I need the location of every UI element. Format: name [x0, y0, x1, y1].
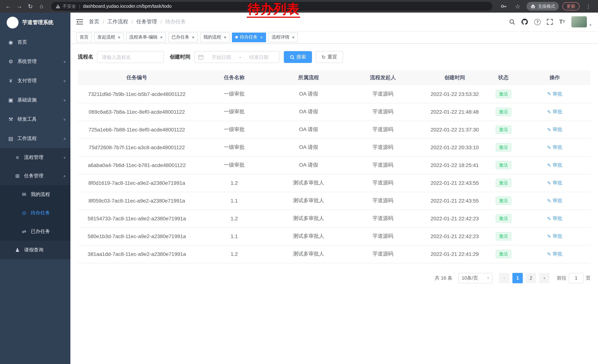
menu-kebab-icon[interactable]: ⋮	[583, 1, 594, 11]
tab-label: 发起流程	[98, 34, 115, 40]
address-bar[interactable]: 不安全 | dashboard.yudao.iocoder.cn/bpm/tas…	[51, 2, 492, 11]
sidebar-item-workflow[interactable]: ▤ 工作流程 ∧	[0, 129, 70, 148]
close-icon[interactable]: ×	[292, 35, 295, 40]
approve-link[interactable]: ✎ 审批	[547, 91, 562, 97]
start-date-input[interactable]	[205, 54, 238, 60]
breadcrumb-home[interactable]: 首页	[89, 18, 99, 25]
end-date-input[interactable]	[242, 54, 275, 60]
app-logo[interactable]: 芋道管理系统	[0, 13, 70, 32]
github-icon[interactable]	[521, 18, 528, 25]
cell-task-id: 8f0d1619-7ac8-11ec-a9e2-a2380e71991a	[78, 174, 196, 192]
status-badge: 激活	[496, 250, 511, 258]
share-icon: ⇌	[21, 228, 27, 235]
sidebar-item-task-mgmt[interactable]: ⊞ 任务管理 ∧	[0, 167, 70, 185]
prev-page-button[interactable]: ‹	[499, 273, 509, 283]
cell-task-name: 1.1	[196, 227, 273, 245]
user-avatar[interactable]	[571, 16, 587, 27]
sidebar-item-done-tasks[interactable]: ⇌ 已办任务	[0, 222, 70, 241]
filter-bar: 流程名 创建时间 - 搜索	[78, 51, 590, 63]
cell-starter: 芋道源码	[344, 227, 421, 245]
table-row: 580e1b3d-7ac8-11ec-a9e2-a2380e71991a 1.1…	[78, 227, 590, 245]
reset-button[interactable]: ↻ 重置	[316, 51, 343, 63]
sidebar-item-infrastructure[interactable]: ▣ 基础设施 ∨	[0, 90, 70, 110]
status-badge: 激活	[496, 108, 511, 116]
cell-created: 2022-01-21 22:42:23	[422, 227, 488, 245]
sidebar-collapse-button[interactable]	[76, 19, 83, 25]
search-button[interactable]: 搜索	[284, 51, 312, 63]
create-time-label: 创建时间	[170, 54, 191, 60]
page-button-1[interactable]: 1	[512, 273, 523, 283]
sidebar-item-label: 基础设施	[17, 97, 37, 103]
briefcase-icon: ▤	[8, 136, 14, 141]
cell-task-name: 一级审批	[196, 103, 273, 121]
help-icon[interactable]: ?	[534, 19, 540, 25]
tab-process-form-edit[interactable]: 流程表单-编辑 ×	[126, 32, 166, 42]
breadcrumb-workflow[interactable]: 工作流程	[108, 18, 128, 25]
page-button-2[interactable]: 2	[526, 273, 536, 283]
tab-home[interactable]: 首页	[76, 32, 92, 42]
sidebar-item-process-mgmt[interactable]: ≡ 流程管理 ∨	[0, 148, 70, 167]
approve-link[interactable]: ✎ 审批	[547, 233, 562, 240]
sidebar-item-leave-query[interactable]: ♟ 请假查询	[0, 241, 70, 259]
refresh-icon: ↻	[322, 55, 326, 59]
cell-task-id: 8f059c03-7ac8-11ec-a9e2-a2380e71991a	[78, 192, 196, 210]
tab-start-process[interactable]: 发起流程 ×	[94, 32, 124, 42]
approve-link[interactable]: ✎ 审批	[547, 180, 562, 186]
approve-link[interactable]: ✎ 审批	[547, 144, 562, 151]
cell-process: OA 请假	[273, 121, 345, 138]
tab-done-tasks[interactable]: 已办任务 ×	[168, 32, 198, 42]
sidebar-item-system-mgmt[interactable]: ⚙ 系统管理 ∨	[0, 52, 70, 71]
cell-status: 激活	[488, 227, 519, 245]
fullscreen-icon[interactable]	[547, 19, 553, 25]
cell-starter: 芋道源码	[344, 121, 421, 138]
cell-action: ✎ 审批	[519, 227, 590, 245]
approve-link[interactable]: ✎ 审批	[547, 197, 562, 204]
avatar-caret-icon: ▾	[590, 23, 591, 27]
close-icon[interactable]: ×	[160, 35, 163, 40]
page-size-select[interactable]: 10条/页 ▾	[458, 273, 492, 283]
cell-created: 2022-01-21 22:43:55	[422, 192, 488, 210]
chrome-right-cluster: ☆ 无痕模式 更新 ⋮	[497, 1, 595, 11]
process-name-input[interactable]	[97, 51, 164, 63]
browser-forward-button[interactable]: →	[14, 1, 25, 11]
browser-back-button[interactable]: ←	[3, 1, 13, 11]
close-icon[interactable]: ×	[118, 35, 120, 40]
approve-link-label: 审批	[553, 144, 562, 151]
close-icon[interactable]: ×	[260, 35, 263, 40]
edit-icon: ✎	[547, 92, 551, 97]
bookmark-star-icon[interactable]: ☆	[512, 1, 523, 11]
sidebar-item-payment-mgmt[interactable]: ¥ 支付管理 ∨	[0, 71, 70, 90]
tab-todo-tasks[interactable]: 待办任务 ×	[232, 32, 266, 42]
tab-my-process[interactable]: 我的流程 ×	[200, 32, 230, 42]
browser-home-button[interactable]: ⌂	[36, 1, 47, 11]
breadcrumb-task-mgmt[interactable]: 任务管理	[136, 18, 157, 25]
security-chip[interactable]: 不安全	[56, 3, 76, 9]
hamburger-collapse-icon	[76, 19, 83, 25]
sidebar-item-dev-tools[interactable]: ⚒ 研发工具 ∨	[0, 110, 70, 129]
tab-label: 流程表单-编辑	[129, 34, 158, 40]
key-icon[interactable]	[498, 1, 509, 11]
chevron-down-icon: ▾	[487, 276, 489, 280]
font-size-icon[interactable]: TT	[559, 19, 565, 25]
approve-link[interactable]: ✎ 审批	[547, 215, 562, 222]
close-icon[interactable]: ×	[192, 35, 194, 40]
approve-link-label: 审批	[553, 126, 562, 133]
approve-link[interactable]: ✎ 审批	[547, 162, 562, 169]
goto-page-input[interactable]	[569, 273, 583, 283]
sidebar-item-home[interactable]: ◉ 首页	[0, 32, 70, 52]
table-row: 069c6a63-7b8a-11ec-8ef0-acde48001122 一级审…	[78, 103, 590, 121]
sidebar-item-todo-tasks[interactable]: ⊙ 待办任务	[0, 204, 70, 222]
edit-icon: ✎	[547, 109, 551, 114]
approve-link[interactable]: ✎ 审批	[547, 108, 562, 115]
approve-link[interactable]: ✎ 审批	[547, 126, 562, 133]
approve-link[interactable]: ✎ 审批	[547, 251, 562, 257]
browser-reload-button[interactable]: ↻	[25, 1, 36, 11]
close-icon[interactable]: ×	[224, 35, 226, 40]
search-icon[interactable]	[509, 19, 515, 25]
sidebar-item-my-process[interactable]: ✉ 我的流程	[0, 185, 70, 204]
date-range-picker[interactable]: -	[194, 51, 279, 63]
tab-process-detail[interactable]: 流程详情 ×	[268, 32, 298, 42]
next-page-button[interactable]: ›	[539, 273, 549, 283]
update-button[interactable]: 更新	[562, 2, 580, 10]
incognito-badge[interactable]: 无痕模式	[526, 2, 559, 11]
